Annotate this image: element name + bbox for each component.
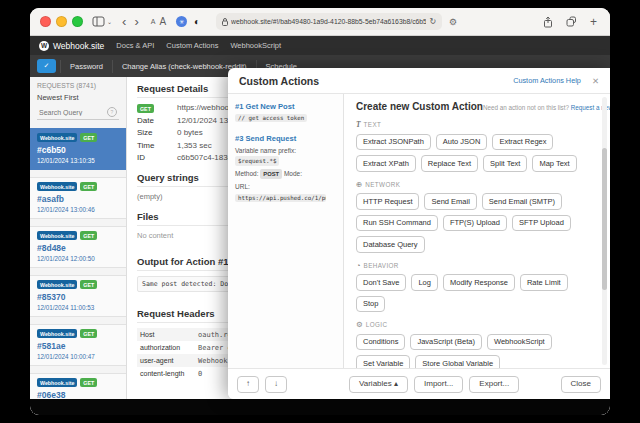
- custom-actions-help-link[interactable]: Custom Actions Help: [513, 76, 581, 85]
- modal-scrollbar-thumb[interactable]: [602, 148, 607, 290]
- action-button[interactable]: SFTP Upload: [512, 215, 571, 232]
- text-size-smaller-button[interactable]: A: [149, 18, 158, 25]
- request-item[interactable]: Webhook.siteGET#c6b5012/01/2024 13:10:35: [30, 128, 126, 170]
- extension-flower-icon[interactable]: ✳: [176, 16, 187, 27]
- action-button[interactable]: Don't Save: [356, 274, 406, 291]
- request-id-link[interactable]: #06e38: [37, 390, 119, 399]
- move-down-button[interactable]: ↓: [265, 376, 287, 393]
- method-badge: GET: [80, 182, 97, 191]
- action-button[interactable]: Run SSH Command: [356, 215, 438, 232]
- back-button[interactable]: ‹: [118, 15, 130, 28]
- page-footer-dark: [30, 399, 610, 415]
- request-item[interactable]: Webhook.siteGET#581ae12/01/2024 10:00:47: [30, 324, 126, 366]
- section-header: ◔BEHAVIOR: [356, 262, 596, 270]
- nav-custom-actions[interactable]: Custom Actions: [166, 41, 218, 50]
- request-id-link[interactable]: #c6b50: [37, 145, 119, 155]
- action-button[interactable]: JavaScript (Beta): [410, 334, 482, 351]
- request-item[interactable]: Webhook.siteGET#06e3812/01/2024 09:00:38: [30, 373, 126, 399]
- minimize-window-button[interactable]: [56, 16, 67, 27]
- action-button[interactable]: Send Email: [424, 193, 476, 210]
- action-button[interactable]: Replace Text: [421, 155, 478, 172]
- action-button[interactable]: FTP(S) Upload: [443, 215, 507, 232]
- export-button[interactable]: Export...: [469, 376, 519, 393]
- action-section: ⊕NETWORKHTTP RequestSend EmailSend Email…: [356, 172, 596, 253]
- detail-key: Date: [137, 116, 177, 125]
- request-id-link[interactable]: #8d48e: [37, 243, 119, 253]
- import-button[interactable]: Import...: [414, 376, 463, 393]
- close-icon[interactable]: ✕: [592, 76, 599, 86]
- webhook-site-badge: Webhook.site: [37, 378, 77, 387]
- action-button[interactable]: WebhookScript: [487, 334, 552, 351]
- variables-dropdown[interactable]: Variables ▴: [349, 376, 408, 393]
- tab-overview-icon[interactable]: [566, 16, 577, 27]
- address-bar[interactable]: webhook.site/#!/bab49480-1a9d-4120-88b5-…: [216, 13, 442, 30]
- request-id-link[interactable]: #asafb: [37, 194, 119, 204]
- action-button[interactable]: Store Global Variable: [415, 355, 500, 368]
- action-button[interactable]: Auto JSON: [436, 134, 488, 151]
- request-id-link[interactable]: #581ae: [37, 341, 119, 351]
- search-input[interactable]: [37, 108, 103, 117]
- action-code-chip: // get access token: [235, 114, 307, 122]
- close-window-button[interactable]: [40, 16, 51, 27]
- extension-contrast-icon[interactable]: ◐: [194, 17, 200, 27]
- action-button[interactable]: Conditions: [356, 334, 405, 351]
- method-badge: GET: [80, 280, 97, 289]
- nav-docs-api[interactable]: Docs & API: [116, 41, 154, 50]
- action-button[interactable]: Database Query: [356, 236, 425, 253]
- text-size-larger-button[interactable]: A: [157, 16, 168, 27]
- modal-scrollbar[interactable]: [602, 97, 607, 365]
- action-button[interactable]: Log: [411, 274, 438, 291]
- request-id-link[interactable]: #85370: [37, 292, 119, 302]
- action-button[interactable]: Extract JSONPath: [356, 134, 431, 151]
- action-button[interactable]: Map Text: [532, 155, 576, 172]
- reload-icon[interactable]: ↻: [429, 17, 436, 26]
- modal-footer: ↑ ↓ Variables ▴ Import... Export... Clos…: [228, 368, 610, 399]
- action-button[interactable]: Extract XPath: [356, 155, 416, 172]
- request-item[interactable]: Webhook.siteGET#8d48e12/01/2024 12:00:50: [30, 226, 126, 268]
- zoom-window-button[interactable]: [72, 16, 83, 27]
- url-text: webhook.site/#!/bab49480-1a9d-4120-88b5-…: [231, 18, 426, 25]
- modal-body: #1 Get New Post // get access token #3 S…: [228, 94, 610, 368]
- create-action-title: Create new Custom Action: [356, 101, 483, 112]
- webhook-site-badge: Webhook.site: [37, 280, 77, 289]
- action-item[interactable]: #3 Send Request Variable name prefix: $r…: [235, 134, 336, 202]
- webhook-logo-icon: W: [39, 41, 49, 51]
- action-button[interactable]: Set Variable: [356, 355, 410, 368]
- forward-button[interactable]: ›: [130, 15, 142, 28]
- detail-key: ID: [137, 153, 177, 162]
- sort-order-control[interactable]: Newest First: [37, 93, 119, 102]
- action-button[interactable]: Rate Limit: [520, 274, 568, 291]
- action-sections: TTEXTExtract JSONPathAuto JSONExtract Re…: [356, 112, 596, 368]
- requests-sidebar: REQUESTS (8741) Newest First ? Webhook.s…: [30, 77, 127, 399]
- sidebar-toggle-icon[interactable]: [92, 16, 105, 27]
- search-help-icon[interactable]: ?: [107, 107, 117, 117]
- gear-icon[interactable]: ⚙: [449, 17, 457, 27]
- request-item[interactable]: Webhook.siteGET#asafb12/01/2024 13:00:46: [30, 177, 126, 219]
- url-label: URL:: [235, 182, 336, 191]
- action-button[interactable]: Split Text: [483, 155, 527, 172]
- request-timestamp: 12/01/2024 13:10:35: [37, 157, 119, 164]
- move-up-button[interactable]: ↑: [237, 376, 259, 393]
- action-button[interactable]: Stop: [356, 296, 385, 313]
- detail-key: Size: [137, 128, 177, 137]
- verified-check-button[interactable]: ✓: [37, 59, 56, 73]
- password-button[interactable]: Password: [60, 60, 112, 73]
- section-label: NETWORK: [365, 181, 400, 188]
- action-button[interactable]: Send Email (SMTP): [482, 193, 562, 210]
- action-item[interactable]: #1 Get New Post // get access token: [235, 102, 336, 122]
- action-title-link[interactable]: #3 Send Request: [235, 134, 336, 143]
- chevron-down-icon[interactable]: ⌄: [105, 18, 114, 25]
- action-title-link[interactable]: #1 Get New Post: [235, 102, 336, 111]
- url-chip: https://api.pushed.co/1/push: [235, 194, 326, 202]
- brand[interactable]: W Webhook.site: [39, 41, 104, 51]
- nav-webhookscript[interactable]: WebhookScript: [230, 41, 281, 50]
- header-key: content-length: [140, 370, 198, 378]
- share-icon[interactable]: [543, 16, 553, 28]
- close-button[interactable]: Close: [561, 376, 601, 393]
- request-item[interactable]: Webhook.siteGET#8537012/01/2024 11:00:53: [30, 275, 126, 317]
- action-button[interactable]: HTTP Request: [356, 193, 419, 210]
- action-section-row: TTEXTExtract JSONPathAuto JSONExtract Re…: [356, 112, 596, 172]
- new-tab-button[interactable]: +: [590, 16, 597, 28]
- action-button[interactable]: Extract Regex: [492, 134, 553, 151]
- action-button[interactable]: Modify Response: [443, 274, 515, 291]
